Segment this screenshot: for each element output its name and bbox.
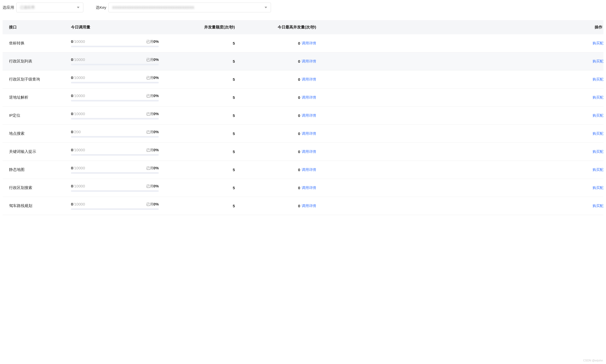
peak-cell: 0 调用详情 [244, 186, 316, 190]
action-cell: 购买配 [316, 131, 603, 136]
concurrency-value: 5 [159, 59, 244, 64]
table-row: 逆地址解析 0/10000 已用0% 5 0 调用详情 购买配 [3, 89, 603, 107]
detail-link[interactable]: 调用详情 [302, 186, 316, 190]
usage-cell: 0/200 已用0% [71, 130, 159, 138]
filter-bar: 选应用 已选应用 选Key XXXXXXXXXXXXXXXXXXXXXXXXXX… [3, 3, 603, 12]
usage-cell: 0/10000 已用0% [71, 75, 159, 83]
usage-cell: 0/10000 已用0% [71, 148, 159, 156]
concurrency-value: 5 [159, 77, 244, 82]
purchase-link[interactable]: 购买配 [593, 149, 603, 154]
table-row: 静态地图 0/10000 已用0% 5 0 调用详情 购买配 [3, 161, 603, 179]
detail-link[interactable]: 调用详情 [302, 113, 316, 118]
api-name: 驾车路线规划 [3, 203, 71, 208]
concurrency-value: 5 [159, 95, 244, 100]
usage-progress-bar [71, 136, 159, 138]
peak-cell: 0 调用详情 [244, 113, 316, 118]
purchase-link[interactable]: 购买配 [593, 41, 603, 45]
purchase-link[interactable]: 购买配 [593, 113, 603, 117]
usage-limit: /10000 [73, 39, 85, 44]
purchase-link[interactable]: 购买配 [593, 168, 603, 172]
peak-cell: 0 调用详情 [244, 59, 316, 64]
usage-percent: 已用0% [146, 112, 159, 116]
concurrency-value: 5 [159, 41, 244, 45]
peak-cell: 0 调用详情 [244, 168, 316, 172]
usage-percent: 已用0% [146, 94, 159, 98]
action-cell: 购买配 [316, 113, 603, 118]
action-cell: 购买配 [316, 149, 603, 154]
usage-limit: /10000 [73, 148, 85, 152]
api-name: 逆地址解析 [3, 95, 71, 100]
peak-value: 0 [298, 59, 300, 64]
concurrency-value: 5 [159, 204, 244, 208]
concurrency-value: 5 [159, 168, 244, 172]
usage-limit: /10000 [73, 112, 85, 116]
header-interface: 接口 [3, 25, 71, 30]
api-name: 地点搜索 [3, 131, 71, 136]
purchase-link[interactable]: 购买配 [593, 59, 603, 63]
api-name: 行政区划子级查询 [3, 77, 71, 82]
concurrency-value: 5 [159, 186, 244, 190]
action-cell: 购买配 [316, 59, 603, 64]
usage-cell: 0/10000 已用0% [71, 57, 159, 65]
usage-percent: 已用0% [146, 76, 159, 80]
header-action: 操作 [316, 25, 603, 30]
usage-cell: 0/10000 已用0% [71, 166, 159, 174]
table-row: 坐标转换 0/10000 已用0% 5 0 调用详情 购买配 [3, 34, 603, 52]
table-row: 行政区划列表 0/10000 已用0% 5 0 调用详情 购买配 [3, 52, 603, 70]
usage-limit: /10000 [73, 75, 85, 80]
purchase-link[interactable]: 购买配 [593, 186, 603, 190]
detail-link[interactable]: 调用详情 [302, 149, 316, 154]
chevron-down-icon [77, 7, 79, 8]
api-name: 静态地图 [3, 167, 71, 172]
chevron-down-icon [265, 7, 267, 8]
header-usage: 今日调用量 [71, 25, 159, 30]
purchase-link[interactable]: 购买配 [593, 204, 603, 208]
action-cell: 购买配 [316, 95, 603, 100]
key-select[interactable]: XXXXXXXXXXXXXXXXXXXXXXXXXXXXXXXXXX [108, 3, 271, 12]
usage-progress-bar [71, 100, 159, 101]
header-concurrency: 并发量额度(次/秒) [159, 25, 244, 30]
app-filter-label: 选应用 [3, 5, 14, 10]
action-cell: 购买配 [316, 41, 603, 46]
usage-progress-bar [71, 82, 159, 83]
usage-cell: 0/10000 已用0% [71, 112, 159, 120]
usage-progress-bar [71, 208, 159, 210]
detail-link[interactable]: 调用详情 [302, 77, 316, 82]
usage-percent: 已用0% [146, 130, 159, 134]
table-row: 驾车路线规划 0/10000 已用0% 5 0 调用详情 购买配 [3, 197, 603, 215]
usage-progress-bar [71, 64, 159, 65]
detail-link[interactable]: 调用详情 [302, 204, 316, 208]
usage-cell: 0/10000 已用0% [71, 202, 159, 210]
app-select[interactable]: 已选应用 [16, 3, 83, 12]
detail-link[interactable]: 调用详情 [302, 95, 316, 100]
purchase-link[interactable]: 购买配 [593, 95, 603, 99]
peak-cell: 0 调用详情 [244, 41, 316, 46]
usage-cell: 0/10000 已用0% [71, 184, 159, 192]
api-name: IP定位 [3, 113, 71, 118]
table-row: IP定位 0/10000 已用0% 5 0 调用详情 购买配 [3, 107, 603, 125]
peak-cell: 0 调用详情 [244, 95, 316, 100]
app-select-value: 已选应用 [20, 5, 75, 10]
usage-progress-bar [71, 172, 159, 174]
purchase-link[interactable]: 购买配 [593, 77, 603, 81]
peak-value: 0 [298, 77, 300, 82]
purchase-link[interactable]: 购买配 [593, 131, 603, 136]
table-row: 关键词输入提示 0/10000 已用0% 5 0 调用详情 购买配 [3, 143, 603, 161]
table-header-row: 接口 今日调用量 并发量额度(次/秒) 今日最高并发量(次/秒) 操作 [3, 20, 603, 34]
table-row: 行政区划子级查询 0/10000 已用0% 5 0 调用详情 购买配 [3, 70, 603, 89]
detail-link[interactable]: 调用详情 [302, 131, 316, 136]
peak-cell: 0 调用详情 [244, 149, 316, 154]
api-name: 行政区划搜索 [3, 185, 71, 190]
detail-link[interactable]: 调用详情 [302, 168, 316, 172]
peak-cell: 0 调用详情 [244, 77, 316, 82]
detail-link[interactable]: 调用详情 [302, 41, 316, 46]
usage-cell: 0/10000 已用0% [71, 93, 159, 101]
usage-percent: 已用0% [146, 58, 159, 62]
detail-link[interactable]: 调用详情 [302, 59, 316, 64]
usage-percent: 已用0% [146, 202, 159, 207]
peak-cell: 0 调用详情 [244, 131, 316, 136]
key-filter-label: 选Key [96, 5, 106, 10]
usage-limit: /10000 [73, 57, 85, 62]
usage-percent: 已用0% [146, 184, 159, 189]
usage-percent: 已用0% [146, 39, 159, 44]
